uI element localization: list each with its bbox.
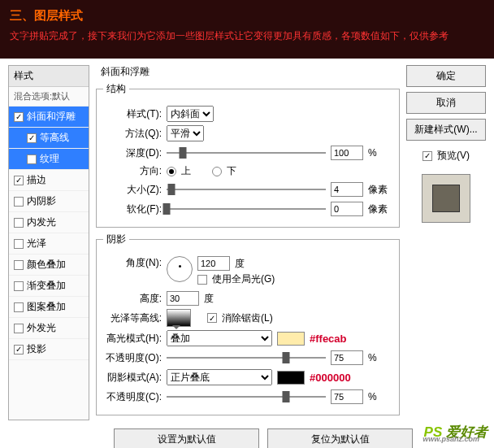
sidebar-item-pattern-overlay[interactable]: 图案叠加 [9,297,89,318]
sidebar-item-label: 斜面和浮雕 [27,110,76,124]
preview-label: 预览(V) [437,149,470,163]
size-slider[interactable] [167,181,326,198]
preview-box [422,174,470,223]
technique-select[interactable]: 平滑 [167,125,204,141]
blend-options-item[interactable]: 混合选项:默认 [9,87,89,107]
sidebar-item-stroke[interactable]: 描边 [9,170,89,191]
checkbox-icon[interactable] [27,154,37,164]
checkbox-icon[interactable] [14,324,24,333]
sidebar-item-outer-glow[interactable]: 外发光 [9,318,89,339]
angle-dial[interactable] [167,256,193,282]
sidebar-item-gradient-overlay[interactable]: 渐变叠加 [9,276,89,297]
highlight-mode-select[interactable]: 叠加 [167,330,272,346]
highlight-opacity-slider[interactable] [167,350,326,366]
highlight-mode-label: 高光模式(H): [103,332,162,346]
style-select[interactable]: 内斜面 [167,106,214,122]
sidebar-header: 样式 [9,66,89,87]
highlight-opacity-input[interactable] [331,350,363,365]
sidebar-item-bevel[interactable]: 斜面和浮雕 [9,107,89,128]
panel-title: 斜面和浮雕 [101,65,400,79]
sidebar-item-contour[interactable]: 等高线 [9,128,89,149]
checkbox-icon[interactable] [14,345,24,354]
make-default-button[interactable]: 设置为默认值 [114,428,259,448]
ok-button[interactable]: 确定 [406,65,486,87]
direction-label: 方向: [103,164,162,178]
sidebar-item-label: 图案叠加 [27,300,66,314]
shadow-mode-select[interactable]: 正片叠底 [167,369,272,385]
shading-group: 阴影 角度(N): 度 使用全局光(G) 高度:度 光泽等高线:消除锯齿(L) … [96,233,400,415]
preview-checkbox[interactable] [422,151,432,161]
sidebar-item-inner-shadow[interactable]: 内阴影 [9,191,89,212]
sidebar-item-texture[interactable]: 纹理 [9,149,89,170]
checkbox-icon[interactable] [14,302,24,312]
style-label: 样式(T): [103,107,162,121]
checkbox-icon[interactable] [14,260,24,270]
styles-sidebar: 样式 混合选项:默认 斜面和浮雕 等高线 纹理 描边 内阴影 内发光 光泽 颜色… [8,65,89,420]
checkbox-icon[interactable] [14,239,24,249]
checkbox-icon[interactable] [14,176,24,185]
highlight-color-swatch[interactable] [277,332,305,346]
soften-slider[interactable] [167,201,326,217]
angle-unit: 度 [235,257,259,271]
shadow-opacity-unit: % [368,391,392,402]
highlight-opacity-unit: % [368,352,392,363]
antialias-checkbox[interactable] [207,313,217,323]
shadow-opacity-input[interactable] [331,389,363,404]
angle-input[interactable] [197,256,230,271]
depth-input[interactable] [331,146,363,160]
sidebar-item-label: 纹理 [40,152,59,166]
soften-label: 软化(F): [103,202,162,216]
shadow-mode-label: 阴影模式(A): [103,371,162,385]
banner-subtitle: 文字拼贴完成了，接下来我们为它添加一些图层样式让它变得更加具有质感，各项数值如下… [10,28,484,43]
soften-input[interactable] [331,202,363,216]
checkbox-icon[interactable] [14,197,24,207]
intro-banner: 三、图层样式 文字拼贴完成了，接下来我们为它添加一些图层样式让它变得更加具有质感… [0,0,494,59]
shadow-opacity-slider[interactable] [167,389,326,405]
checkbox-icon[interactable] [14,281,24,291]
sidebar-item-label: 外发光 [27,321,56,335]
antialias-label: 消除锯齿(L) [222,311,273,325]
sidebar-item-label: 等高线 [40,131,69,145]
gloss-contour-picker[interactable] [167,309,191,327]
checkbox-icon[interactable] [27,133,37,143]
banner-title: 三、图层样式 [10,8,484,24]
new-style-button[interactable]: 新建样式(W)... [406,119,486,141]
dialog-body: 样式 混合选项:默认 斜面和浮雕 等高线 纹理 描边 内阴影 内发光 光泽 颜色… [0,59,494,427]
cancel-button[interactable]: 取消 [406,92,486,114]
shadow-hex-label: #000000 [310,372,351,384]
structure-legend: 结构 [103,82,129,96]
checkbox-icon[interactable] [14,112,24,122]
depth-unit: % [368,147,392,159]
sidebar-item-label: 内发光 [27,215,56,229]
size-input[interactable] [331,182,363,197]
highlight-hex-label: #ffecab [310,333,347,345]
soften-unit: 像素 [368,202,392,216]
sidebar-item-label: 颜色叠加 [27,258,66,272]
direction-down-radio[interactable] [212,167,222,176]
sidebar-item-label: 内阴影 [27,194,56,208]
checkbox-icon[interactable] [14,218,24,228]
sidebar-item-color-overlay[interactable]: 颜色叠加 [9,254,89,276]
shadow-opacity-label: 不透明度(C): [103,390,162,404]
direction-up-radio[interactable] [167,167,176,176]
bottom-buttons: 设置为默认值 复位为默认值 [0,427,494,448]
sidebar-item-satin[interactable]: 光泽 [9,233,89,254]
sidebar-item-label: 光泽 [27,237,46,250]
reset-default-button[interactable]: 复位为默认值 [267,428,413,448]
global-light-label: 使用全局光(G) [212,272,275,286]
shadow-color-swatch[interactable] [277,371,305,385]
preview-thumbnail [432,185,460,212]
sidebar-item-inner-glow[interactable]: 内发光 [9,212,89,233]
depth-slider[interactable] [167,145,326,161]
technique-label: 方法(Q): [103,127,162,141]
gloss-contour-label: 光泽等高线: [103,311,162,325]
angle-label: 角度(N): [103,256,162,270]
sidebar-item-drop-shadow[interactable]: 投影 [9,339,89,360]
sidebar-item-label: 投影 [27,342,46,356]
size-label: 大小(Z): [103,183,162,197]
altitude-input[interactable] [167,291,199,306]
highlight-opacity-label: 不透明度(O): [103,351,162,365]
direction-down-label: 下 [227,164,236,178]
direction-up-label: 上 [181,164,191,178]
global-light-checkbox[interactable] [197,275,207,285]
